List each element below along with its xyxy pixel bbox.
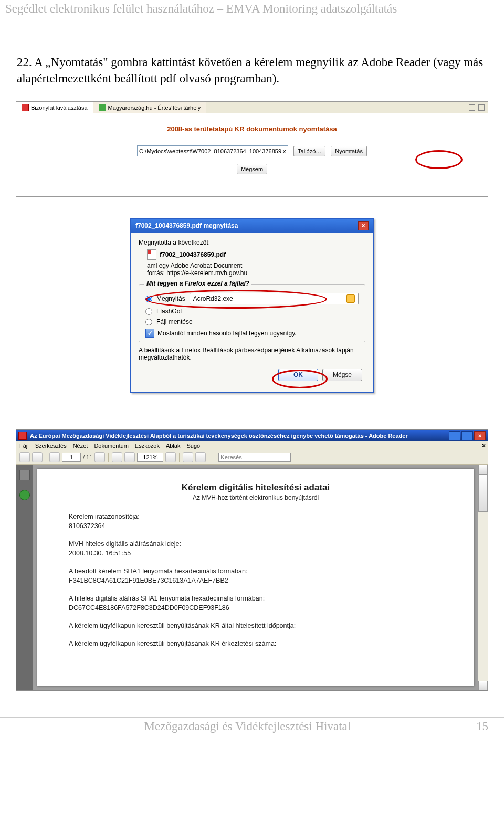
reader-toolbar: / 11	[16, 450, 488, 465]
reader-titlebar: Az Európai Mezőgazdasági Vidékfejlesztés…	[16, 430, 488, 441]
file-row: f7002_1004376859.pdf	[147, 249, 365, 260]
doc-line: Kérelem iratazonosítója:	[69, 513, 443, 520]
reader-sidebar	[16, 465, 33, 690]
doc-subtitle: Az MVH-hoz történt elektronikus benyújtá…	[69, 494, 443, 501]
ok-button[interactable]: OK	[278, 369, 318, 381]
zoom-in-icon[interactable]	[124, 452, 135, 462]
window-buttons: ×	[449, 431, 486, 440]
page-footer: . Mezőgazdasági és Vidékfejlesztési Hiva…	[0, 717, 504, 739]
doc-line: A kérelem ügyfélkapun keresztüli benyújt…	[69, 640, 443, 647]
separator	[46, 453, 46, 462]
menu-eszkozok[interactable]: Eszközök	[135, 443, 160, 449]
cancel-button[interactable]: Mégsem	[237, 164, 267, 174]
page-next-icon[interactable]	[94, 452, 105, 462]
doc-value: DC67CC4E8186FA572F8C3D24DD0F09CDEF93F186	[69, 604, 443, 612]
page-current-input[interactable]	[62, 453, 81, 462]
menu-dokumentum[interactable]: Dokumentum	[94, 443, 128, 449]
radio-flashgot-row[interactable]: FlashGot	[145, 308, 359, 315]
dialog-footer: OK Mégse	[139, 364, 365, 386]
menu-nezet[interactable]: Nézet	[73, 443, 88, 449]
tab-label: Bizonylat kiválasztása	[31, 104, 88, 111]
adobe-reader-window: Az Európai Mezőgazdasági Vidékfejlesztés…	[16, 429, 488, 691]
page-prev-icon[interactable]	[49, 452, 60, 462]
dropdown-icon	[346, 294, 355, 303]
scrollbar[interactable]	[478, 465, 488, 690]
browser-content: 2008-as területalapú KR dokumentumok nyo…	[16, 113, 488, 196]
print-button[interactable]: Nyomtatás	[331, 146, 367, 156]
doc-title: Kérelem digitális hitelesítési adatai	[69, 482, 443, 493]
filename: f7002_1004376859.pdf	[160, 251, 226, 258]
menu-sugo[interactable]: Súgó	[186, 443, 200, 449]
radio-save[interactable]	[145, 319, 152, 325]
dialog-body: Megnyitotta a következőt: f7002_10043768…	[131, 233, 373, 392]
file-path-input[interactable]	[137, 145, 288, 156]
app-name: AcroRd32.exe	[193, 295, 233, 302]
checkbox-always[interactable]: ✓	[145, 329, 154, 338]
menu-ablak[interactable]: Ablak	[166, 443, 181, 449]
source: forrás: https://e-kerelem.mvh.gov.hu	[147, 269, 365, 277]
zoom-input[interactable]	[137, 453, 163, 462]
doc-value: 8106372364	[69, 522, 443, 530]
tab-icon	[99, 104, 106, 111]
menu-szerkesztes[interactable]: Szerkesztés	[35, 443, 67, 449]
radio-open-row[interactable]: Megnyitás AcroRd32.exe	[145, 293, 359, 304]
print-icon[interactable]	[19, 452, 30, 462]
reader-canvas: Kérelem digitális hitelesítési adatai Az…	[16, 465, 488, 690]
radio-save-row[interactable]: Fájl mentése	[145, 318, 359, 325]
opened-label: Megnyitotta a következőt:	[139, 239, 365, 246]
doc-close-icon[interactable]: ×	[482, 442, 486, 449]
new-tab-icon[interactable]	[469, 104, 475, 111]
dialog-title: f7002_1004376859.pdf megnyitása	[135, 222, 238, 229]
doc-value: F341BC8C4A61C21F91E0BE73C1613A1A7AEF7BB2	[69, 577, 443, 584]
menu-fajl[interactable]: Fájl	[19, 443, 29, 449]
scroll-down-button[interactable]	[478, 681, 488, 690]
dialog-titlebar: f7002_1004376859.pdf megnyitása ×	[131, 219, 373, 233]
search-input[interactable]	[218, 453, 291, 462]
fieldset-legend: Mit tegyen a Firefox ezzel a fájllal?	[144, 280, 251, 287]
save-icon[interactable]	[32, 452, 43, 462]
radio-open[interactable]	[145, 296, 152, 302]
instruction-text: 22. A „Nyomtatás" gombra kattintást köve…	[0, 54, 504, 87]
doc-value: 2008.10.30. 16:51:55	[69, 550, 443, 557]
app-icon	[18, 432, 27, 440]
browse-button[interactable]: Tallózó…	[293, 146, 326, 156]
always-check-row[interactable]: ✓ Mostantól minden hasonló fájllal tegye…	[145, 329, 359, 338]
radio-flashgot[interactable]	[145, 308, 152, 315]
zoom-dropdown-icon[interactable]	[165, 452, 176, 462]
app-select[interactable]: AcroRd32.exe	[190, 293, 359, 304]
radio-open-label: Megnyitás	[156, 295, 185, 302]
filetype: ami egy Adobe Acrobat Document	[147, 262, 365, 269]
cancel-button[interactable]: Mégse	[322, 369, 362, 381]
list-tabs-icon[interactable]	[478, 104, 485, 111]
page-number: 15	[476, 720, 488, 733]
radio-flashgot-label: FlashGot	[156, 308, 182, 315]
action-fieldset: Mit tegyen a Firefox ezzel a fájllal? Me…	[139, 284, 365, 342]
close-button[interactable]: ×	[358, 221, 369, 230]
tab-magyarorszag[interactable]: Magyarország.hu - Értesítési tárhely	[93, 102, 207, 113]
help-icon[interactable]	[19, 490, 30, 500]
kr-page-title: 2008-as területalapú KR dokumentumok nyo…	[16, 125, 488, 133]
pages-panel-icon[interactable]	[19, 470, 30, 480]
close-button[interactable]: ×	[474, 431, 486, 440]
scroll-up-button[interactable]	[478, 465, 488, 474]
minimize-button[interactable]	[449, 431, 460, 440]
reader-title: Az Európai Mezőgazdasági Vidékfejlesztés…	[30, 433, 408, 439]
tab-icon	[22, 104, 29, 111]
download-dialog: f7002_1004376859.pdf megnyitása × Megnyi…	[130, 218, 374, 393]
separator	[179, 453, 180, 462]
doc-line: A kérelem ügyfélkapun keresztüli benyújt…	[69, 622, 443, 629]
reader-menubar: Fájl Szerkesztés Nézet Dokumentum Eszköz…	[16, 441, 488, 450]
page-total: / 11	[83, 454, 92, 460]
document-viewport[interactable]: Kérelem digitális hitelesítési adatai Az…	[33, 465, 478, 690]
tab-label: Magyarország.hu - Értesítési tárhely	[108, 104, 201, 111]
zoom-out-icon[interactable]	[112, 452, 122, 462]
scroll-track[interactable]	[478, 512, 488, 681]
scroll-thumb[interactable]	[478, 474, 488, 512]
tab-bizonylat[interactable]: Bizonylat kiválasztása	[16, 102, 93, 113]
document-header: Segédlet elektronikus felület használatá…	[0, 0, 504, 17]
pdf-page: Kérelem digitális hitelesítési adatai Az…	[37, 469, 474, 686]
doc-line: A hiteles digitális aláírás SHA1 lenyoma…	[69, 595, 443, 602]
tool-icon[interactable]	[183, 452, 193, 462]
maximize-button[interactable]	[461, 431, 473, 440]
tool-icon[interactable]	[195, 452, 206, 462]
